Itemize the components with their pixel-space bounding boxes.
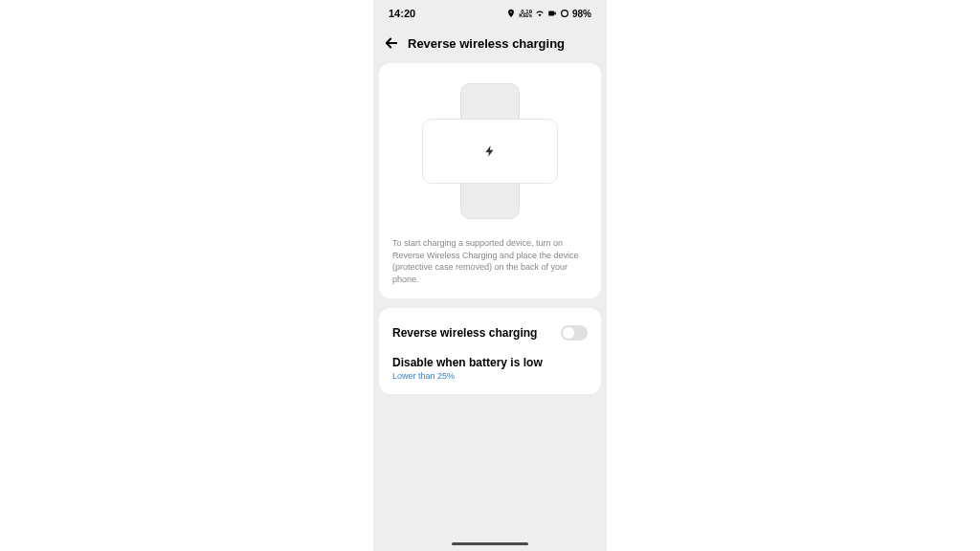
location-icon [506, 9, 516, 18]
disable-low-battery-value: Lower than 25% [392, 371, 588, 381]
settings-card: Reverse wireless charging Disable when b… [379, 308, 601, 394]
page-header: Reverse wireless charging [373, 27, 607, 63]
reverse-charging-label: Reverse wireless charging [392, 326, 537, 340]
reverse-charging-toggle[interactable] [561, 325, 588, 341]
back-arrow-icon [383, 34, 400, 52]
video-icon [547, 9, 557, 18]
phone-screen: 14:20 0.19 KB/s 98% Reverse wireless cha… [373, 0, 607, 551]
circle-icon [560, 9, 569, 18]
bolt-icon [483, 143, 497, 159]
disable-low-battery-label: Disable when battery is low [392, 356, 588, 369]
status-bar: 14:20 0.19 KB/s 98% [373, 0, 607, 27]
device-illustration [390, 75, 590, 228]
svg-rect-0 [548, 11, 554, 16]
navigation-bar[interactable] [452, 542, 528, 545]
illustration-card: To start charging a supported device, tu… [379, 63, 601, 298]
network-speed: 0.19 KB/s [519, 10, 532, 17]
instruction-text: To start charging a supported device, tu… [390, 235, 590, 287]
svg-point-1 [562, 11, 568, 17]
reverse-charging-row[interactable]: Reverse wireless charging [390, 320, 590, 346]
device-front-shape [422, 119, 558, 184]
status-icons: 0.19 KB/s 98% [506, 9, 591, 19]
disable-low-battery-row[interactable]: Disable when battery is low Lower than 2… [390, 346, 590, 383]
battery-percent: 98% [572, 9, 591, 19]
toggle-knob [563, 327, 574, 339]
status-time: 14:20 [389, 8, 415, 19]
page-title: Reverse wireless charging [408, 36, 565, 51]
back-button[interactable] [383, 34, 400, 52]
wifi-icon [535, 9, 545, 18]
